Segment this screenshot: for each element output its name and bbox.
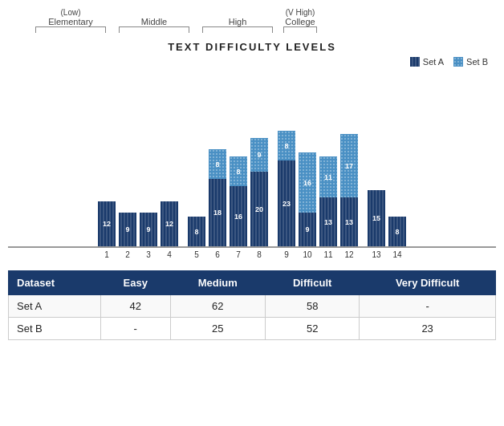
chart-legend: Set A Set B xyxy=(8,57,496,67)
cell-1-4: 23 xyxy=(360,318,496,340)
bracket-easy: (Low) Elementary xyxy=(30,8,111,33)
medium-main-label: Middle xyxy=(141,17,167,26)
x-label-12: 12 xyxy=(340,250,358,259)
seg-b-6: 8 xyxy=(209,149,226,179)
data-table: DatasetEasyMediumDifficultVery Difficult… xyxy=(8,270,496,340)
seg-b-12: 17 xyxy=(340,134,358,197)
col-header-0: Dataset xyxy=(9,271,101,295)
seg-a-11: 13 xyxy=(319,197,337,246)
legend-set-a: Set A xyxy=(410,57,444,67)
bar-group-5: 8 xyxy=(188,78,205,246)
x-label-3: 3 xyxy=(140,250,157,259)
bracket-high: High xyxy=(197,8,278,33)
bar-group-11: 1113 xyxy=(319,78,337,246)
x-label-2: 2 xyxy=(119,250,136,259)
seg-a-5: 8 xyxy=(188,217,205,246)
col-header-1: Easy xyxy=(100,271,170,295)
cell-1-0: Set B xyxy=(9,318,101,340)
cell-0-4: - xyxy=(360,295,496,318)
bar-group-9: 823 xyxy=(278,78,295,246)
cell-0-3: 58 xyxy=(266,295,360,318)
seg-b-8: 9 xyxy=(250,138,268,172)
high-main-label: High xyxy=(229,17,247,26)
vhigh-top-label: (V High) xyxy=(286,8,315,17)
bracket-vhigh: (V High) College xyxy=(281,8,319,33)
x-label-8: 8 xyxy=(250,250,268,259)
chart-container: (Low) Elementary Middle High (V High) Co… xyxy=(8,8,496,340)
bar-group-8: 920 xyxy=(250,78,268,246)
seg-a-1: 12 xyxy=(98,201,116,246)
x-label-5: 5 xyxy=(188,250,205,259)
seg-a-9: 23 xyxy=(278,160,295,246)
bracket-labels-row: (Low) Elementary Middle High (V High) Co… xyxy=(8,8,496,33)
x-label-6: 6 xyxy=(209,250,226,259)
legend-label-a: Set A xyxy=(423,57,444,67)
easy-main-label: Elementary xyxy=(48,17,93,26)
bar-group-2: 9 xyxy=(119,78,136,246)
seg-b-11: 11 xyxy=(319,156,337,197)
bar-group-3: 9 xyxy=(140,78,157,246)
medium-top-label xyxy=(153,8,156,17)
col-header-4: Very Difficult xyxy=(360,271,496,295)
cell-1-2: 25 xyxy=(170,318,265,340)
x-label-7: 7 xyxy=(230,250,247,259)
bar-group-14: 8 xyxy=(388,78,406,246)
bar-group-10: 169 xyxy=(299,78,316,246)
x-label-13: 13 xyxy=(368,250,385,259)
table-row-1: Set B-255223 xyxy=(9,318,496,340)
seg-a-7: 16 xyxy=(230,186,247,246)
x-label-11: 11 xyxy=(319,250,337,259)
bar-group-12: 1713 xyxy=(340,78,358,246)
legend-set-b: Set B xyxy=(453,57,488,67)
bar-group-13: 15 xyxy=(368,78,385,246)
chart-title: TEXT DIFFICULTY LEVELS xyxy=(8,41,496,53)
table-row-0: Set A426258- xyxy=(9,295,496,318)
legend-box-a xyxy=(410,57,420,67)
bar-group-6: 818 xyxy=(209,78,226,246)
seg-a-13: 15 xyxy=(368,190,385,246)
high-top-label xyxy=(237,8,239,17)
col-header-2: Medium xyxy=(170,271,265,295)
legend-box-b xyxy=(453,57,463,67)
bar-group-4: 12 xyxy=(161,78,178,246)
seg-a-14: 8 xyxy=(388,217,406,246)
seg-a-12: 13 xyxy=(340,197,358,246)
x-axis-labels: 1234567891011121314 xyxy=(8,248,496,259)
bar-chart: 129912881881692082316911131713158 xyxy=(8,71,496,248)
x-label-1: 1 xyxy=(98,250,116,259)
seg-b-10: 16 xyxy=(299,152,316,213)
cell-1-1: - xyxy=(100,318,170,340)
bar-group-1: 12 xyxy=(98,78,116,246)
col-header-3: Difficult xyxy=(266,271,360,295)
seg-a-4: 12 xyxy=(161,201,178,246)
seg-a-8: 20 xyxy=(250,172,268,246)
x-label-4: 4 xyxy=(161,250,178,259)
seg-b-9: 8 xyxy=(278,131,295,160)
cell-0-2: 62 xyxy=(170,295,265,318)
bar-group-7: 816 xyxy=(230,78,247,246)
x-label-10: 10 xyxy=(299,250,316,259)
easy-top-label: (Low) xyxy=(60,8,80,17)
legend-label-b: Set B xyxy=(466,57,488,67)
seg-b-7: 8 xyxy=(230,156,247,186)
bracket-medium: Middle xyxy=(114,8,194,33)
seg-a-6: 18 xyxy=(209,179,226,246)
seg-a-2: 9 xyxy=(119,213,136,246)
x-label-14: 14 xyxy=(388,250,406,259)
seg-a-10: 9 xyxy=(299,213,316,246)
cell-0-0: Set A xyxy=(9,295,101,318)
cell-1-3: 52 xyxy=(266,318,360,340)
x-label-9: 9 xyxy=(278,250,295,259)
seg-a-3: 9 xyxy=(140,213,157,246)
vhigh-main-label: College xyxy=(285,17,315,26)
cell-0-1: 42 xyxy=(100,295,170,318)
